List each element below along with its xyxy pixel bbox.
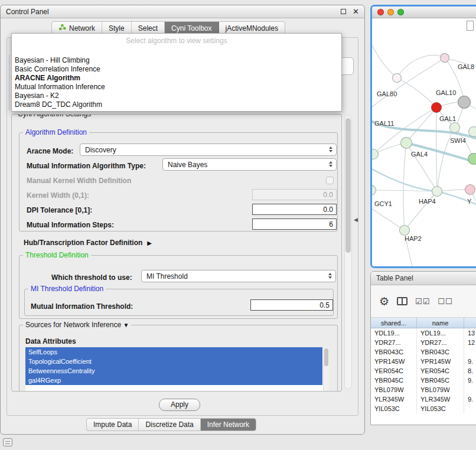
triangle-down-icon[interactable]: ▼ — [123, 322, 129, 328]
table-cell[interactable]: YBL079W — [417, 385, 464, 394]
network-node-label: HAP4 — [419, 198, 436, 205]
deselect-all-icon[interactable]: ☐☐ — [438, 297, 452, 306]
tab-cyni-toolbox[interactable]: Cyni Toolbox — [165, 22, 219, 34]
table-row[interactable]: YBR043CYBR043C — [371, 347, 476, 357]
table-cell[interactable]: YDR27... — [371, 338, 417, 347]
settings-scrollbar-thumb[interactable] — [345, 118, 351, 253]
attribute-item-selfloops[interactable]: SelfLoops — [25, 347, 322, 357]
attributes-scrollbar-thumb[interactable] — [324, 348, 328, 366]
table-row[interactable]: YDL19...YDL19...13 — [371, 328, 476, 338]
select-all-icon[interactable]: ☑☑ — [415, 297, 430, 306]
table-cell[interactable]: YPR145W — [417, 357, 464, 366]
algorithm-option-basic-correlation-inference[interactable]: Basic Correlation Inference — [12, 65, 341, 74]
column-header[interactable]: name — [417, 318, 464, 328]
mi-threshold-field[interactable] — [250, 299, 333, 311]
network-canvas[interactable]: GAL8GAL80GAL10GAL11GAL1SWI4GAL4GCY1HAP4Y… — [372, 18, 476, 266]
table-cell[interactable]: YIL053C — [371, 404, 417, 413]
attribute-item-topologicalcoefficient[interactable]: TopologicalCoefficient — [25, 357, 322, 366]
settings-icon[interactable]: ⚙ — [379, 295, 389, 308]
minimize-button[interactable] — [387, 9, 394, 15]
network-node[interactable] — [432, 186, 442, 197]
algorithm-option-mutual-information-inference[interactable]: Mutual Information Inference — [12, 83, 341, 92]
table-row[interactable]: YLR345WYLR345W9. — [371, 394, 476, 404]
table-row[interactable]: YDR27...YDR27...12 — [371, 338, 476, 347]
network-node[interactable] — [449, 122, 460, 133]
table-row[interactable]: YIL053CYIL053C — [371, 404, 476, 413]
table-cell[interactable]: 9. — [464, 376, 476, 385]
network-node[interactable] — [440, 53, 449, 63]
close-button[interactable] — [377, 9, 384, 15]
table-cell[interactable]: 9. — [464, 357, 476, 366]
network-node[interactable] — [468, 126, 476, 137]
aracne-mode-combo[interactable]: Discovery — [80, 144, 337, 156]
network-node[interactable] — [458, 96, 471, 109]
table-cell[interactable]: YBR045C — [417, 376, 464, 385]
network-node[interactable] — [392, 73, 402, 83]
network-node[interactable] — [468, 153, 476, 165]
tab-infer-network[interactable]: Infer Network — [201, 419, 256, 431]
table-cell[interactable]: YBL079W — [371, 385, 417, 394]
table-cell[interactable]: YDR27... — [417, 338, 464, 347]
attributes-scrollbar[interactable] — [323, 347, 329, 392]
table-panel-title: Table Panel — [376, 274, 413, 282]
algorithm-option-bayesian-k2[interactable]: Bayesian - K2 — [12, 92, 341, 100]
network-node[interactable] — [400, 137, 412, 149]
tab-impute-data[interactable]: Impute Data — [87, 419, 139, 431]
tab-network[interactable]: Network — [52, 22, 102, 34]
splitter-collapse-arrow[interactable]: ◀ — [354, 217, 358, 223]
table-cell[interactable]: YIL053C — [417, 404, 464, 413]
table-cell[interactable]: YLR345W — [417, 394, 464, 404]
zoom-button[interactable] — [397, 9, 404, 15]
dpi-tolerance-field[interactable] — [252, 204, 337, 215]
columns-icon[interactable] — [397, 297, 407, 305]
table-row[interactable]: YBL079WYBL079W — [371, 385, 476, 394]
table-cell[interactable]: YLR345W — [371, 394, 417, 404]
algorithm-option-dream8-dc-tdc-algorithm[interactable]: Dream8 DC_TDC Algorithm — [12, 100, 341, 109]
network-node-label: GAL80 — [377, 90, 397, 97]
table-cell[interactable]: YDL19... — [417, 328, 464, 338]
algorithm-option-aracne-algorithm[interactable]: ARACNE Algorithm — [12, 74, 341, 83]
sources-group-title[interactable]: Sources for Network Inference ▼ — [23, 321, 131, 329]
table-cell[interactable]: YPR145W — [371, 357, 417, 366]
table-cell[interactable] — [464, 347, 476, 357]
algorithm-option-bayesian-hill-climbing[interactable]: Bayesian - Hill Climbing — [12, 56, 341, 65]
attribute-item-betweennesscentrality[interactable]: BetweennessCentrality — [25, 366, 322, 376]
kernel-width-field[interactable] — [252, 189, 337, 200]
apply-button[interactable]: Apply — [159, 399, 200, 411]
tab-style[interactable]: Style — [102, 22, 132, 34]
column-header[interactable] — [464, 318, 476, 328]
network-node[interactable] — [399, 225, 410, 236]
settings-scrollbar[interactable] — [344, 115, 352, 389]
network-node[interactable] — [465, 184, 475, 195]
manual-kernel-checkbox[interactable] — [326, 177, 334, 184]
table-cell[interactable]: YDL19... — [371, 328, 417, 338]
table-cell[interactable]: YER054C — [371, 366, 417, 376]
network-node[interactable] — [431, 102, 442, 113]
table-cell[interactable]: YBR043C — [417, 347, 464, 357]
attribute-item-gal4rgexp[interactable]: gal4RGexp — [25, 376, 322, 385]
table-row[interactable]: YPR145WYPR145W9. — [371, 357, 476, 366]
table-cell[interactable]: YBR045C — [371, 376, 417, 385]
tab-discretize-data[interactable]: Discretize Data — [139, 419, 200, 431]
hub-definition-disclosure[interactable]: Hub/Transcription Factor Definition ▶ — [24, 239, 152, 247]
table-cell[interactable]: 12 — [464, 338, 476, 347]
table-cell[interactable]: 13 — [464, 328, 476, 338]
mi-steps-label: Mutual Information Steps: — [27, 221, 114, 229]
table-row[interactable]: YER054CYER054C8. — [371, 366, 476, 376]
table-cell[interactable]: 9. — [464, 394, 476, 404]
float-window-icon[interactable] — [341, 9, 346, 14]
hidden-panel-toggle-icon[interactable] — [3, 438, 12, 446]
table-cell[interactable]: YBR043C — [371, 347, 417, 357]
mi-type-combo[interactable]: Naive Bayes — [162, 158, 337, 171]
column-header[interactable]: shared... — [371, 318, 417, 328]
mi-steps-field[interactable] — [252, 219, 337, 230]
tab-select[interactable]: Select — [132, 22, 165, 34]
which-threshold-combo[interactable]: MI Threshold — [141, 270, 336, 282]
table-cell[interactable]: 8. — [464, 366, 476, 376]
tab-jactivemnodules[interactable]: jActiveMNodules — [219, 22, 285, 34]
close-window-icon[interactable]: ✕ — [353, 8, 359, 15]
table-row[interactable]: YBR045CYBR045C9. — [371, 376, 476, 385]
table-cell[interactable] — [464, 404, 476, 413]
table-cell[interactable] — [464, 385, 476, 394]
table-cell[interactable]: YER054C — [417, 366, 464, 376]
